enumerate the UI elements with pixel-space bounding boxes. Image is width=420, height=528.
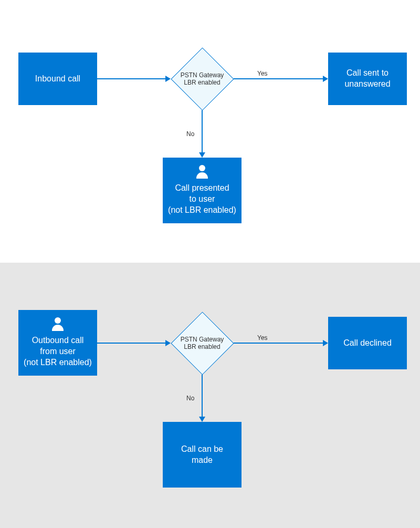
inbound-flow-section: Inbound call PSTN Gateway LBR enabled Ye… [0, 0, 420, 263]
decision-line2-top: LBR enabled [181, 79, 224, 86]
arrow-outbound-to-decision [97, 343, 165, 344]
arrow-inbound-to-decision [97, 78, 165, 79]
call-made-line2: made [192, 455, 213, 466]
diamond-text: PSTN Gateway LBR enabled [181, 71, 224, 87]
arrow-no-bottom [202, 375, 203, 417]
arrow-yes-top [234, 78, 323, 79]
user-icon [195, 165, 209, 180]
yes-label-top: Yes [257, 70, 268, 77]
call-declined-box: Call declined [328, 317, 407, 369]
call-can-be-made-box: Call can be made [163, 422, 242, 488]
diamond-text: PSTN Gateway LBR enabled [181, 336, 224, 351]
arrow-no-top [202, 110, 203, 152]
arrow-head-no-bottom [199, 417, 205, 422]
inbound-call-box: Inbound call [18, 53, 97, 105]
no-label-top: No [186, 130, 194, 138]
call-presented-line3: (not LBR enabled) [168, 205, 236, 216]
arrow-head-yes-top [323, 76, 328, 82]
decision-line1-bottom: PSTN Gateway [181, 336, 224, 343]
arrow-head-outbound [165, 340, 171, 346]
decision-line1-top: PSTN Gateway [181, 71, 224, 79]
outbound-flow-section: Outbound call from user (not LBR enabled… [0, 263, 420, 528]
call-presented-line2: to user [190, 194, 215, 205]
user-icon [50, 317, 65, 332]
pstn-gateway-decision-top: PSTN Gateway LBR enabled [171, 47, 234, 110]
outbound-line3: (not LBR enabled) [24, 357, 92, 368]
yes-label-bottom: Yes [257, 334, 268, 341]
pstn-gateway-decision-bottom: PSTN Gateway LBR enabled [171, 312, 234, 375]
call-unanswered-box: Call sent to unanswered [328, 53, 407, 105]
call-made-line1: Call can be [181, 444, 223, 455]
call-unanswered-line2: unanswered [344, 79, 390, 90]
inbound-call-label: Inbound call [35, 74, 80, 85]
arrow-head-inbound [165, 76, 171, 82]
arrow-head-yes-bottom [323, 340, 328, 346]
outbound-call-box: Outbound call from user (not LBR enabled… [18, 310, 97, 376]
no-label-bottom: No [186, 395, 194, 402]
outbound-line2: from user [40, 346, 76, 357]
call-declined-label: Call declined [343, 338, 392, 349]
arrow-yes-bottom [234, 343, 323, 344]
call-presented-line1: Call presented [175, 183, 229, 194]
call-presented-box: Call presented to user (not LBR enabled) [163, 158, 242, 223]
call-unanswered-line1: Call sent to [346, 68, 388, 79]
decision-line2-bottom: LBR enabled [181, 343, 224, 350]
arrow-head-no-top [199, 152, 205, 158]
outbound-line1: Outbound call [32, 335, 84, 346]
